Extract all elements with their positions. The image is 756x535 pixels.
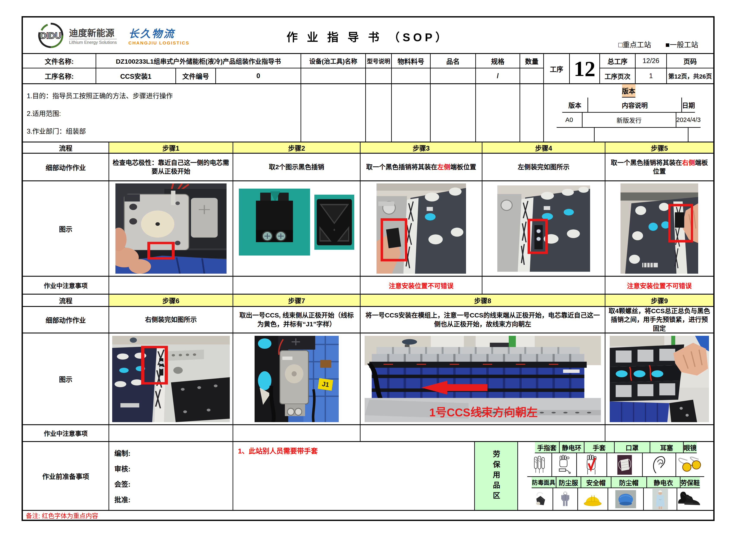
- step2-header: 步骤2: [233, 142, 361, 153]
- step9-header: 步骤9: [606, 295, 713, 306]
- step1-desc: 检查电芯极性：靠近自己这一侧的电芯需要从正极开始: [109, 154, 233, 181]
- step6-desc: 右侧装完如图所示: [109, 307, 233, 333]
- version-row-empty: [569, 128, 688, 142]
- ccs-direction-caption: 1号CCS线束方向朝左: [429, 403, 538, 420]
- step5-desc-pre: 取一个黑色插销将其装在: [611, 159, 682, 166]
- ccs-prefix-graphic: [610, 336, 709, 422]
- illustration-label-2: 图示: [23, 333, 109, 424]
- step3-desc-text: 取一个黑色插销将其装在左侧端板位置: [366, 163, 476, 172]
- version-table: 版本 版本 内容说明 日期 A0 新版发行 2024/4/3: [544, 84, 713, 142]
- detail-row-1: 细部动作作业 检查电芯极性：靠近自己这一侧的电芯需要从正极开始 取2个图示黑色插…: [23, 153, 713, 181]
- photo-step5-cell: [606, 181, 713, 276]
- step5-desc-red: 右侧: [682, 159, 695, 166]
- esd-garment-icon: [644, 488, 677, 510]
- step7-desc: 取出一号CCS, 线束侧从正极开始（线标为黄色，并标有“J1”字样）: [233, 307, 361, 333]
- sign-line-countersign: 会签:: [114, 479, 130, 489]
- photo-step7-cell: J1: [233, 333, 361, 424]
- equip-label: 设备(治工具)名称: [301, 54, 365, 69]
- model-value: [366, 69, 391, 83]
- info-col-totalval: 12/26 1: [635, 54, 667, 83]
- safety-glasses-icon: [676, 453, 704, 476]
- doc-name-label: 文件名称:: [23, 54, 95, 69]
- esd-wrist-strap-icon: [552, 453, 577, 476]
- version-col-label: 版本: [562, 98, 588, 112]
- photo-step6-cell: [109, 333, 233, 424]
- info-rows: 文件名称: 工序名称: DZ100233L1组串式户外储能柜(液冷)产品组装作业…: [23, 53, 713, 83]
- empty-grid-col: [366, 84, 392, 142]
- photo-step9: [610, 336, 709, 422]
- step8-desc-text: 将一号CCS安装在模组上，注意一号CCS的线束端从正极开始，电芯靠近自己这一侧也…: [364, 311, 602, 328]
- illustration-label: 图示: [23, 181, 109, 276]
- step2-desc: 取2个图示黑色插销: [233, 154, 361, 181]
- station-general-checkbox: ■一般工站: [665, 41, 698, 49]
- detail-label-2: 细部动作作业: [23, 307, 109, 333]
- proc-name-value: CCS安装1: [96, 69, 176, 83]
- ppe-area-label-cell: 劳保用品区: [475, 442, 518, 510]
- empty-grid-col: [301, 84, 366, 142]
- doc-no-value: 0: [216, 69, 301, 83]
- spec-value: /: [476, 69, 520, 83]
- detail-label: 细部动作作业: [23, 154, 109, 181]
- black-pin-top-graphic: [314, 195, 354, 250]
- step1-desc-text: 检查电芯极性：靠近自己这一侧的电芯需要从正极开始: [112, 158, 230, 176]
- step5-header: 步骤5: [606, 142, 713, 153]
- purpose-line-1: 1.目的：指导员工按照正确的方法、步骤进行操作: [27, 90, 173, 100]
- photo-step2-pin-front: [239, 189, 310, 256]
- ppe-label-esd-ring: 静电环: [560, 442, 584, 453]
- ppe-grid: 手指套 静电环 手套 口罩 耳塞 眼镜: [518, 442, 713, 510]
- prep-label: 作业前准备事项: [23, 442, 109, 510]
- photo-step1-cell: [109, 181, 233, 276]
- page-value: 第12页，共26页: [667, 69, 713, 83]
- glove-note-cell: 1、此站别人员需要带手套: [233, 442, 475, 510]
- info-col-docname-label: 文件名称: 工序名称:: [23, 54, 96, 83]
- info-col-qty: 数量: [520, 54, 544, 83]
- ear-plugs-icon: [643, 453, 676, 476]
- photo-step9-cell: [606, 333, 713, 424]
- photo-step8-cell: 1号CCS线束方向朝左: [361, 333, 606, 424]
- note-label-2: 作业中注意事项: [23, 425, 109, 441]
- sign-line-maker: 编制:: [114, 448, 130, 458]
- note-step5-text: 注意安装位置不可错误: [627, 281, 692, 290]
- proc-page-label: 工序页次: [600, 69, 635, 83]
- note-row-2: 作业中注意事项: [23, 424, 713, 441]
- empty-grid-col: [392, 84, 431, 142]
- photo-step2: [239, 189, 354, 256]
- note-step7: [233, 425, 361, 441]
- black-pin-front-graphic: [239, 189, 310, 256]
- page-label: 页码: [667, 54, 713, 69]
- photo-step6: [112, 336, 230, 422]
- ppe-icon-row-2: [528, 488, 703, 510]
- step4-header: 步骤4: [482, 142, 606, 153]
- proc-name-row: CCS安装1 文件编号 0: [96, 69, 301, 83]
- qty-label: 数量: [520, 54, 543, 69]
- ppe-area-label: 劳保用品区: [491, 450, 501, 502]
- part-value: [431, 69, 475, 83]
- note-step3: 注意安装位置不可错误: [361, 277, 482, 294]
- safety-shoes-icon: [677, 488, 703, 510]
- ppe-label-finger-cots: 手指套: [535, 442, 560, 453]
- note-step3-text: 注意安装位置不可错误: [389, 281, 453, 290]
- illustration-row-2: 图示: [23, 333, 713, 424]
- proc-name-label: 工序名称:: [23, 69, 95, 83]
- step8-desc: 将一号CCS安装在模组上，注意一号CCS的线束端从正极开始，电芯靠近自己这一侧也…: [361, 307, 606, 333]
- page-title: 作 业 指 导 书 （SOP）: [23, 28, 713, 44]
- step9-desc: 取4颗螺丝，将CCS总正总负与黑色插销之间，用手先预锁紧，进行预固定: [606, 307, 713, 333]
- step3-header: 步骤3: [361, 142, 482, 153]
- remark-text: 备注: 红色字体为重点内容: [26, 511, 98, 520]
- flow-row-1: 流程 步骤1 步骤2 步骤3 步骤4 步骤5: [23, 142, 713, 153]
- photo-step3: [376, 183, 466, 274]
- step3-desc-post: 端板位置: [450, 163, 476, 171]
- purpose-block: 1.目的：指导员工按照正确的方法、步骤进行操作 2.适用范围: 3.作业部门：组…: [23, 84, 301, 142]
- gloves-check-icon: [577, 453, 607, 476]
- dust-cap-icon: [608, 488, 644, 510]
- ppe-label-dust-cap: 防尘帽: [611, 477, 647, 488]
- remark-row: 备注: 红色字体为重点内容: [23, 510, 713, 520]
- step8-header: 步骤8: [361, 295, 606, 306]
- version-banner: 版本: [622, 84, 635, 98]
- note-step4: [482, 277, 606, 294]
- ppe-label-glasses: 眼镜: [684, 442, 697, 453]
- model-label: 型号说明: [366, 54, 391, 69]
- safety-helmet-icon: [578, 488, 608, 510]
- step1-header: 步骤1: [109, 142, 233, 153]
- left-pin-installed-graphic: [497, 185, 590, 272]
